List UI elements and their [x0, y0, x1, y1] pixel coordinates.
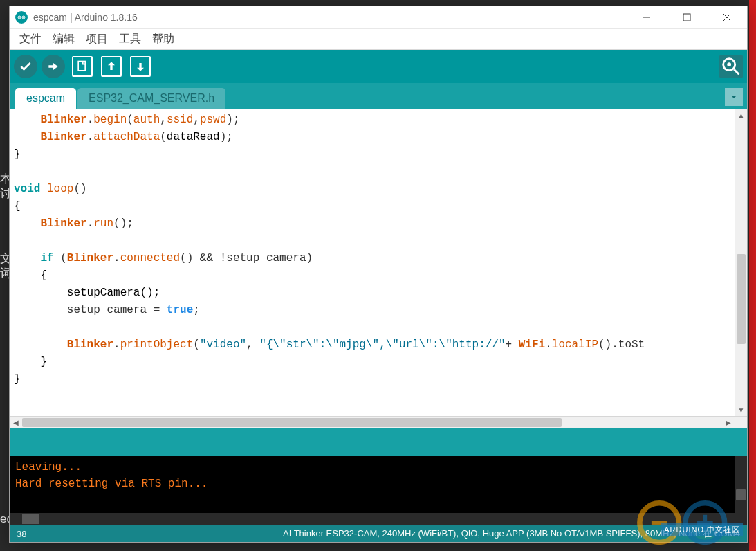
scroll-up-icon[interactable]: ▲: [735, 109, 747, 121]
status-bar: 38 AI Thinker ESP32-CAM, 240MHz (WiFi/BT…: [10, 525, 747, 542]
editor-area: Blinker.begin(auth,ssid,pswd); Blinker.a…: [10, 109, 747, 428]
svg-rect-4: [78, 62, 85, 71]
editor-horizontal-scrollbar[interactable]: ◀ ▶: [10, 416, 735, 428]
console-vertical-scrollbar[interactable]: [735, 456, 747, 513]
window-controls: [627, 6, 747, 28]
tab-esp32-cam-server-h[interactable]: ESP32_CAM_SERVER.h: [77, 88, 225, 109]
menu-tools[interactable]: 工具: [115, 30, 145, 48]
close-button[interactable]: [707, 6, 747, 28]
console-divider[interactable]: [10, 428, 747, 456]
menu-sketch[interactable]: 项目: [82, 30, 112, 48]
wallpaper-stripe: [749, 0, 756, 551]
status-board-info: AI Thinker ESP32-CAM, 240MHz (WiFi/BT), …: [283, 527, 740, 540]
console-line: Hard resetting via RTS pin...: [15, 478, 208, 490]
output-console[interactable]: Leaving... Hard resetting via RTS pin...: [10, 456, 735, 513]
svg-point-6: [727, 62, 731, 66]
scroll-right-icon[interactable]: ▶: [722, 417, 735, 428]
menu-file[interactable]: 文件: [15, 30, 46, 48]
tab-menu-dropdown[interactable]: [725, 88, 743, 106]
menu-edit[interactable]: 编辑: [48, 30, 79, 48]
console-horizontal-scrollbar[interactable]: [10, 513, 735, 525]
scroll-corner: [735, 416, 747, 428]
status-line-number: 38: [17, 529, 26, 539]
tabbar: espcam ESP32_CAM_SERVER.h: [10, 83, 747, 109]
console-line: Leaving...: [15, 461, 82, 473]
scroll-left-icon[interactable]: ◀: [10, 417, 22, 428]
minimize-button[interactable]: [627, 6, 667, 28]
scroll-down-icon[interactable]: ▼: [735, 404, 747, 416]
serial-monitor-button[interactable]: [719, 55, 743, 78]
scroll-corner: [735, 513, 747, 525]
scroll-thumb[interactable]: [736, 489, 746, 500]
open-sketch-button[interactable]: [101, 56, 122, 77]
menu-help[interactable]: 帮助: [148, 30, 178, 48]
scroll-thumb[interactable]: [737, 254, 746, 344]
titlebar[interactable]: espcam | Arduino 1.8.16: [10, 6, 747, 29]
tab-espcam[interactable]: espcam: [15, 88, 76, 109]
menubar: 文件 编辑 项目 工具 帮助: [10, 29, 747, 50]
editor-vertical-scrollbar[interactable]: ▲ ▼: [735, 109, 747, 416]
window-title: espcam | Arduino 1.8.16: [33, 12, 138, 23]
new-sketch-button[interactable]: [72, 56, 93, 77]
toolbar: [10, 50, 747, 83]
maximize-button[interactable]: [667, 6, 707, 28]
verify-button[interactable]: [14, 55, 37, 78]
arduino-logo-icon: [15, 11, 28, 24]
svg-rect-3: [683, 14, 690, 21]
scroll-thumb[interactable]: [22, 418, 562, 427]
arduino-ide-window: espcam | Arduino 1.8.16 文件 编辑 项目 工具 帮助: [9, 6, 748, 543]
save-sketch-button[interactable]: [130, 56, 151, 77]
upload-button[interactable]: [42, 55, 65, 78]
scroll-thumb[interactable]: [22, 514, 39, 524]
output-console-area: Leaving... Hard resetting via RTS pin...: [10, 456, 747, 525]
code-editor[interactable]: Blinker.begin(auth,ssid,pswd); Blinker.a…: [10, 109, 735, 416]
